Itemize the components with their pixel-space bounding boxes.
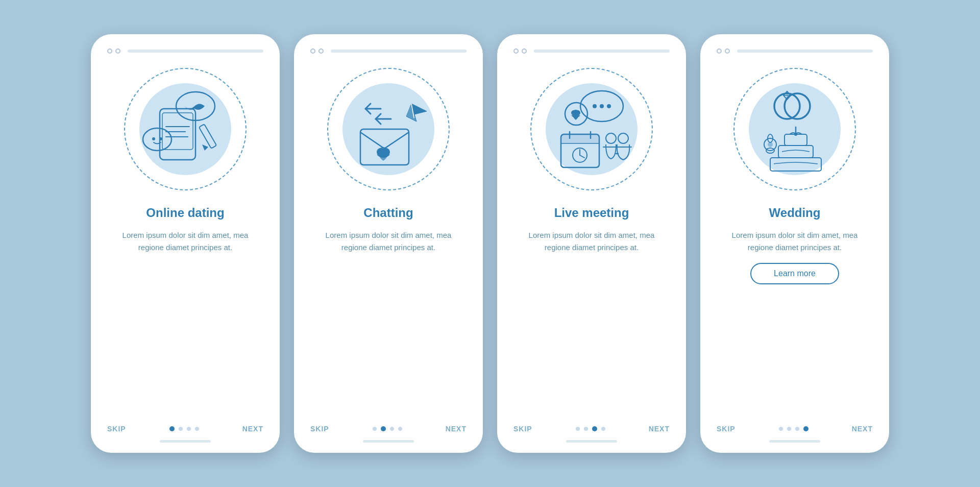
svg-point-16 <box>600 104 604 108</box>
status-bar-line <box>737 50 873 53</box>
bottom-handle-3 <box>566 440 617 443</box>
nav-dots-1 <box>169 426 199 431</box>
skip-button-4[interactable]: SKIP <box>717 425 736 433</box>
nav-dot-active[interactable] <box>592 426 597 431</box>
svg-rect-41 <box>770 158 821 171</box>
illustration-chatting <box>322 63 455 196</box>
status-dot <box>115 48 120 54</box>
status-bar-4 <box>700 48 889 54</box>
next-button-1[interactable]: NEXT <box>242 425 263 433</box>
bottom-handle-2 <box>363 440 414 443</box>
nav-dots-3 <box>576 426 605 431</box>
illustration-live-meeting <box>525 63 658 196</box>
card-title-wedding: Wedding <box>769 206 821 220</box>
card-nav-1: SKIP NEXT <box>91 425 280 433</box>
status-dot <box>717 48 722 54</box>
online-dating-svg <box>129 78 241 180</box>
nav-dot[interactable] <box>779 427 783 431</box>
card-title-online-dating: Online dating <box>146 206 224 220</box>
card-wedding: Wedding Lorem ipsum dolor sit dim amet, … <box>700 34 889 453</box>
card-body-live-meeting: Lorem ipsum dolor sit dim amet, mea regi… <box>497 229 686 254</box>
status-bar-line <box>128 50 263 53</box>
bottom-handle-1 <box>160 440 211 443</box>
card-title-chatting: Chatting <box>363 206 413 220</box>
status-dot <box>725 48 730 54</box>
svg-rect-6 <box>199 124 216 149</box>
status-dot <box>318 48 324 54</box>
card-body-wedding: Lorem ipsum dolor sit dim amet, mea regi… <box>700 229 889 254</box>
next-button-4[interactable]: NEXT <box>852 425 873 433</box>
svg-point-5 <box>159 137 162 140</box>
svg-rect-0 <box>160 109 195 160</box>
status-bar-2 <box>294 48 483 54</box>
skip-button-1[interactable]: SKIP <box>107 425 126 433</box>
nav-dot-active[interactable] <box>803 426 808 431</box>
svg-rect-39 <box>785 134 807 145</box>
card-nav-3: SKIP NEXT <box>497 425 686 433</box>
card-nav-2: SKIP NEXT <box>294 425 483 433</box>
nav-dot[interactable] <box>787 427 791 431</box>
next-button-2[interactable]: NEXT <box>446 425 467 433</box>
skip-button-2[interactable]: SKIP <box>310 425 329 433</box>
status-bar-line <box>534 50 670 53</box>
nav-dots-2 <box>373 426 402 431</box>
nav-dots-4 <box>779 426 808 431</box>
nav-dot-active[interactable] <box>381 426 386 431</box>
svg-rect-22 <box>561 134 599 143</box>
nav-dot[interactable] <box>373 427 377 431</box>
illustration-online-dating <box>119 63 252 196</box>
card-chatting: Chatting Lorem ipsum dolor sit dim amet,… <box>294 34 483 453</box>
status-dot <box>310 48 315 54</box>
bottom-handle-4 <box>769 440 820 443</box>
illustration-wedding <box>728 63 861 196</box>
svg-line-28 <box>580 155 584 158</box>
card-live-meeting: Live meeting Lorem ipsum dolor sit dim a… <box>497 34 686 453</box>
nav-dot[interactable] <box>795 427 799 431</box>
nav-dot[interactable] <box>576 427 580 431</box>
live-meeting-svg <box>535 78 648 180</box>
card-title-live-meeting: Live meeting <box>554 206 629 220</box>
skip-button-3[interactable]: SKIP <box>513 425 532 433</box>
svg-point-4 <box>152 137 155 140</box>
status-dot <box>522 48 527 54</box>
svg-point-20 <box>575 110 580 115</box>
status-dots-2 <box>310 48 324 54</box>
nav-dot[interactable] <box>390 427 394 431</box>
next-button-3[interactable]: NEXT <box>649 425 670 433</box>
nav-dot[interactable] <box>601 427 605 431</box>
nav-dot-active[interactable] <box>169 426 175 431</box>
card-body-online-dating: Lorem ipsum dolor sit dim amet, mea regi… <box>91 229 280 254</box>
wedding-svg <box>739 78 851 180</box>
svg-point-15 <box>593 104 597 108</box>
status-dots-1 <box>107 48 120 54</box>
status-dot <box>107 48 112 54</box>
card-online-dating: Online dating Lorem ipsum dolor sit dim … <box>91 34 280 453</box>
status-bar-line <box>331 50 467 53</box>
status-bar-3 <box>497 48 686 54</box>
nav-dot[interactable] <box>179 427 183 431</box>
status-dots-4 <box>717 48 730 54</box>
svg-point-17 <box>607 104 611 108</box>
card-body-chatting: Lorem ipsum dolor sit dim amet, mea regi… <box>294 229 483 254</box>
card-nav-4: SKIP NEXT <box>700 425 889 433</box>
nav-dot[interactable] <box>187 427 191 431</box>
learn-more-button[interactable]: Learn more <box>750 263 839 284</box>
nav-dot[interactable] <box>195 427 199 431</box>
nav-dot[interactable] <box>398 427 402 431</box>
svg-point-29 <box>606 133 616 143</box>
status-dot <box>513 48 519 54</box>
nav-dot[interactable] <box>584 427 588 431</box>
status-dots-3 <box>513 48 527 54</box>
chatting-svg <box>332 78 445 180</box>
svg-point-31 <box>618 133 628 143</box>
cards-container: Online dating Lorem ipsum dolor sit dim … <box>91 34 889 453</box>
status-bar-1 <box>91 48 280 54</box>
